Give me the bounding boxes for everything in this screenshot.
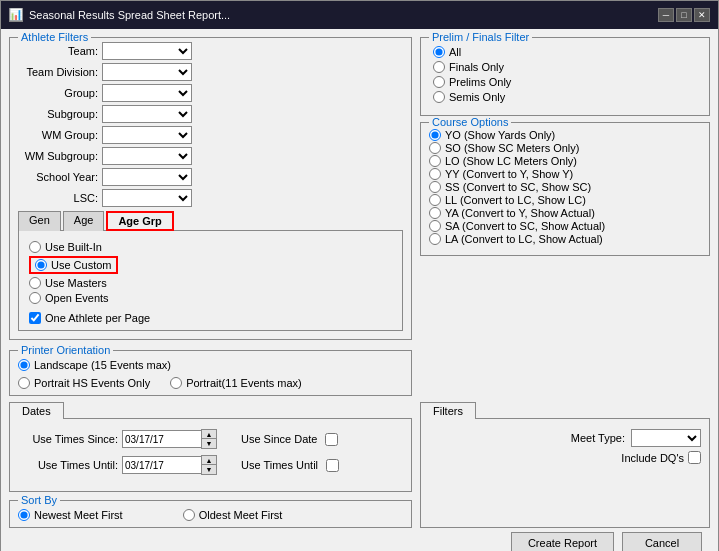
- use-times-until-check-label: Use Times Until: [241, 459, 318, 471]
- right-panel: Prelim / Finals Filter All Finals Only: [420, 37, 710, 396]
- wm-group-row: WM Group:: [18, 126, 403, 144]
- filters-tab[interactable]: Filters: [420, 402, 476, 419]
- wm-subgroup-row: WM Subgroup:: [18, 147, 403, 165]
- include-dqs-checkbox[interactable]: [688, 451, 701, 464]
- open-events-label: Open Events: [45, 292, 109, 304]
- maximize-button[interactable]: □: [676, 8, 692, 22]
- tab-age-grp[interactable]: Age Grp: [106, 211, 173, 231]
- team-division-row: Team Division:: [18, 63, 403, 81]
- use-times-until-spinner: ▲ ▼: [201, 455, 217, 475]
- use-times-since-input[interactable]: [122, 430, 202, 448]
- ya-radio[interactable]: [429, 207, 441, 219]
- titlebar: 📊 Seasonal Results Spread Sheet Report..…: [1, 1, 718, 29]
- main-window: 📊 Seasonal Results Spread Sheet Report..…: [0, 0, 719, 551]
- prelims-only-row: Prelims Only: [433, 76, 697, 88]
- subgroup-select[interactable]: [102, 105, 192, 123]
- portrait-hs-radio[interactable]: [18, 377, 30, 389]
- one-athlete-checkbox[interactable]: [29, 312, 41, 324]
- portrait11-radio[interactable]: [170, 377, 182, 389]
- school-year-select[interactable]: [102, 168, 192, 186]
- dates-tab[interactable]: Dates: [9, 402, 64, 419]
- cancel-button[interactable]: Cancel: [622, 532, 702, 551]
- top-section: Athlete Filters Team: Team Division: Gro…: [9, 37, 710, 396]
- open-events-radio[interactable]: [29, 292, 41, 304]
- newest-first-label: Newest Meet First: [34, 509, 123, 521]
- all-label: All: [449, 46, 461, 58]
- la-radio[interactable]: [429, 233, 441, 245]
- sa-radio[interactable]: [429, 220, 441, 232]
- team-division-select[interactable]: [102, 63, 192, 81]
- use-built-in-radio[interactable]: [29, 241, 41, 253]
- ll-label: LL (Convert to LC, Show LC): [445, 194, 586, 206]
- yo-label: YO (Show Yards Only): [445, 129, 555, 141]
- dates-tab-bar: Dates: [9, 402, 412, 419]
- athlete-filters-label: Athlete Filters: [18, 31, 91, 43]
- use-times-until-checkbox[interactable]: [326, 459, 339, 472]
- use-custom-label: Use Custom: [51, 259, 112, 271]
- landscape-radio[interactable]: [18, 359, 30, 371]
- lsc-select[interactable]: [102, 189, 192, 207]
- dates-panel: Dates Use Times Since: ▲ ▼ Use Since Dat…: [9, 402, 412, 551]
- titlebar-controls: ─ □ ✕: [658, 8, 710, 22]
- use-times-since-down-btn[interactable]: ▼: [202, 439, 216, 448]
- create-report-button[interactable]: Create Report: [511, 532, 614, 551]
- so-radio[interactable]: [429, 142, 441, 154]
- group-select[interactable]: [102, 84, 192, 102]
- group-label: Group:: [18, 87, 98, 99]
- all-row: All: [433, 46, 697, 58]
- content-area: Athlete Filters Team: Team Division: Gro…: [1, 29, 718, 551]
- use-since-date-checkbox[interactable]: [325, 433, 338, 446]
- prelims-only-radio[interactable]: [433, 76, 445, 88]
- yy-radio[interactable]: [429, 168, 441, 180]
- group-row: Group:: [18, 84, 403, 102]
- use-since-date-label: Use Since Date: [241, 433, 317, 445]
- use-times-until-up-btn[interactable]: ▲: [202, 456, 216, 465]
- ll-row: LL (Convert to LC, Show LC): [429, 194, 701, 206]
- wm-subgroup-select[interactable]: [102, 147, 192, 165]
- dates-content: Use Times Since: ▲ ▼ Use Since Date Us: [9, 418, 412, 492]
- include-dqs-label: Include DQ's: [621, 452, 684, 464]
- finals-only-row: Finals Only: [433, 61, 697, 73]
- filters-tab-bar: Filters: [420, 402, 710, 419]
- team-label: Team:: [18, 45, 98, 57]
- sa-row: SA (Convert to SC, Show Actual): [429, 220, 701, 232]
- use-built-in-row: Use Built-In: [29, 241, 392, 253]
- meet-type-row: Meet Type:: [429, 429, 701, 447]
- la-label: LA (Convert to LC, Show Actual): [445, 233, 603, 245]
- one-athlete-row: One Athlete per Page: [25, 312, 396, 324]
- close-button[interactable]: ✕: [694, 8, 710, 22]
- oldest-first-radio[interactable]: [183, 509, 195, 521]
- use-custom-radio[interactable]: [35, 259, 47, 271]
- lo-label: LO (Show LC Meters Only): [445, 155, 577, 167]
- filters-panel: Filters Meet Type: Include DQ's Create R…: [420, 402, 710, 551]
- school-year-row: School Year:: [18, 168, 403, 186]
- ll-radio[interactable]: [429, 194, 441, 206]
- tab-bar: Gen Age Age Grp: [18, 211, 403, 231]
- use-times-until-input[interactable]: [122, 456, 202, 474]
- finals-only-radio[interactable]: [433, 61, 445, 73]
- wm-group-select[interactable]: [102, 126, 192, 144]
- age-grp-radio-group: Use Built-In Use Custom: [25, 237, 396, 308]
- semis-only-radio[interactable]: [433, 91, 445, 103]
- ya-label: YA (Convert to Y, Show Actual): [445, 207, 595, 219]
- titlebar-left: 📊 Seasonal Results Spread Sheet Report..…: [9, 8, 230, 22]
- lo-row: LO (Show LC Meters Only): [429, 155, 701, 167]
- portrait-hs-row: Portrait HS Events Only: [18, 377, 150, 389]
- tab-age[interactable]: Age: [63, 211, 105, 231]
- all-radio[interactable]: [433, 46, 445, 58]
- use-times-until-label: Use Times Until:: [18, 459, 118, 471]
- use-times-until-down-btn[interactable]: ▼: [202, 465, 216, 474]
- use-times-since-up-btn[interactable]: ▲: [202, 430, 216, 439]
- meet-type-select[interactable]: [631, 429, 701, 447]
- newest-first-radio[interactable]: [18, 509, 30, 521]
- minimize-button[interactable]: ─: [658, 8, 674, 22]
- tab-gen[interactable]: Gen: [18, 211, 61, 231]
- yo-radio[interactable]: [429, 129, 441, 141]
- use-masters-radio[interactable]: [29, 277, 41, 289]
- ss-radio[interactable]: [429, 181, 441, 193]
- use-times-since-row: Use Times Since: ▲ ▼ Use Since Date: [18, 429, 403, 449]
- use-masters-row: Use Masters: [29, 277, 392, 289]
- team-select[interactable]: [102, 42, 192, 60]
- lo-radio[interactable]: [429, 155, 441, 167]
- course-options-group: Course Options YO (Show Yards Only) SO (…: [420, 122, 710, 256]
